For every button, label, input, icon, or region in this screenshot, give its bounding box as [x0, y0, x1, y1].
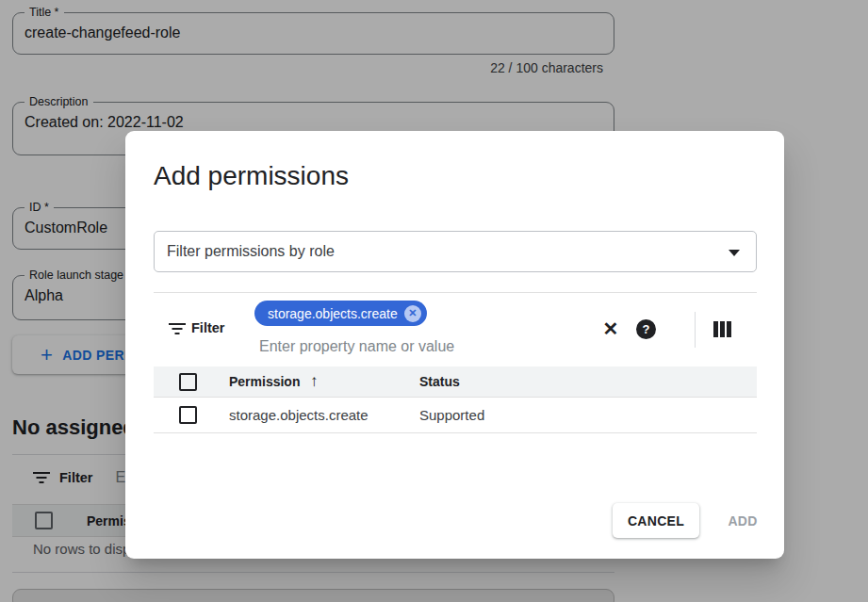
filter-chip-label: storage.objects.create	[268, 306, 398, 321]
chip-close-icon[interactable]: ✕	[404, 305, 421, 322]
filter-chip[interactable]: storage.objects.create ✕	[254, 301, 427, 326]
add-permissions-dialog: Add permissions Filter permissions by ro…	[125, 131, 784, 559]
chevron-down-icon	[729, 250, 740, 256]
filter-input-placeholder[interactable]: Enter property name or value	[259, 338, 454, 355]
role-dropdown-placeholder: Filter permissions by role	[167, 243, 335, 260]
screen: Title * create-changefeed-role 22 / 100 …	[0, 0, 868, 602]
select-all-checkbox[interactable]	[179, 373, 197, 391]
column-display-options-icon[interactable]	[713, 321, 731, 337]
add-button[interactable]: ADD	[715, 503, 770, 538]
permission-cell: storage.objects.create	[229, 407, 368, 423]
table-header-row: Permission ↑ Status	[154, 366, 757, 398]
filter-permissions-by-role-dropdown[interactable]: Filter permissions by role	[154, 231, 757, 272]
sort-ascending-icon[interactable]: ↑	[310, 372, 319, 391]
clear-filter-icon[interactable]: ✕	[598, 317, 623, 341]
toolbar-divider	[695, 312, 696, 348]
row-checkbox[interactable]	[179, 406, 197, 424]
table-row[interactable]: storage.objects.create Supported	[154, 398, 757, 433]
status-cell: Supported	[419, 407, 484, 423]
permissions-table: Filter storage.objects.create ✕ Enter pr…	[154, 292, 757, 433]
permission-column-header[interactable]: Permission	[229, 374, 300, 389]
help-icon[interactable]: ?	[636, 319, 656, 339]
filter-label: Filter	[191, 320, 224, 335]
table-filter-toolbar: Filter storage.objects.create ✕ Enter pr…	[154, 293, 757, 366]
filter-funnel-icon	[169, 322, 186, 335]
dialog-title: Add permissions	[154, 161, 349, 191]
cancel-button[interactable]: CANCEL	[613, 503, 699, 538]
status-column-header[interactable]: Status	[419, 374, 460, 389]
